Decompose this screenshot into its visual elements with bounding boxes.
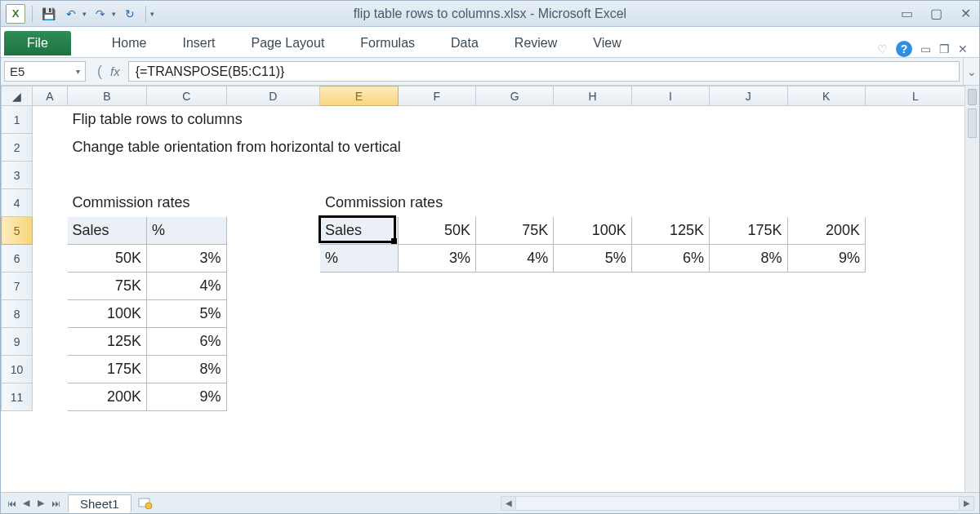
vscroll-up-icon[interactable] xyxy=(968,89,977,105)
cell-G5[interactable]: 75K xyxy=(475,217,553,245)
row-header-10[interactable]: 10 xyxy=(2,356,33,383)
sheet-nav-next-icon[interactable]: ▶ xyxy=(33,496,48,511)
file-tab[interactable]: File xyxy=(4,31,71,55)
col-header-B[interactable]: B xyxy=(67,86,147,106)
tab-page-layout[interactable]: Page Layout xyxy=(233,29,342,57)
cell-F5[interactable]: 50K xyxy=(398,217,475,245)
cell-B6[interactable]: 50K xyxy=(67,245,147,273)
title-bar: X 💾 ↶▾ ↷▾ ↻ ▾ flip table rows to columns… xyxy=(1,1,979,27)
col-header-D[interactable]: D xyxy=(226,86,319,106)
tab-data[interactable]: Data xyxy=(433,29,497,57)
cell-H5[interactable]: 100K xyxy=(554,217,631,245)
col-header-C[interactable]: C xyxy=(147,86,227,106)
save-icon[interactable]: 💾 xyxy=(39,5,57,23)
cell-I6[interactable]: 6% xyxy=(631,245,709,273)
col-header-H[interactable]: H xyxy=(554,86,631,106)
tab-view[interactable]: View xyxy=(575,29,639,57)
hscroll-right-icon[interactable]: ▶ xyxy=(959,497,973,510)
cell-C6[interactable]: 3% xyxy=(147,245,227,273)
cell-C8[interactable]: 5% xyxy=(147,300,227,328)
cell-B7[interactable]: 75K xyxy=(67,273,147,300)
row-header-9[interactable]: 9 xyxy=(2,328,33,356)
formula-input[interactable]: {=TRANSPOSE(B5:C11)} xyxy=(128,61,960,82)
horizontal-scrollbar[interactable]: ◀ ▶ xyxy=(501,496,974,511)
tab-formulas[interactable]: Formulas xyxy=(342,29,433,57)
cell-H6[interactable]: 5% xyxy=(554,245,631,273)
right-table-title: Commission rates xyxy=(320,189,866,217)
undo-icon[interactable]: ↶ xyxy=(62,5,80,23)
cell-J6[interactable]: 8% xyxy=(710,245,787,273)
left-header-sales[interactable]: Sales xyxy=(67,217,147,245)
col-header-F[interactable]: F xyxy=(398,86,475,106)
vertical-scrollbar[interactable] xyxy=(964,86,979,492)
row-header-1[interactable]: 1 xyxy=(2,106,33,134)
row-header-2[interactable]: 2 xyxy=(2,134,33,162)
row-header-3[interactable]: 3 xyxy=(2,162,33,189)
left-header-pct[interactable]: % xyxy=(147,217,227,245)
sheet-nav-last-icon[interactable]: ⏭ xyxy=(48,496,63,511)
sheet-nav-prev-icon[interactable]: ◀ xyxy=(19,496,33,511)
col-header-G[interactable]: G xyxy=(475,86,553,106)
new-sheet-icon[interactable] xyxy=(136,496,154,511)
name-box-value: E5 xyxy=(10,64,24,78)
minimize-icon[interactable]: ▭ xyxy=(898,5,915,23)
sheet-tab-sheet1[interactable]: Sheet1 xyxy=(68,494,131,513)
tab-home[interactable]: Home xyxy=(94,29,165,57)
svg-point-1 xyxy=(145,503,152,509)
row-header-6[interactable]: 6 xyxy=(2,245,33,273)
refresh-icon[interactable]: ↻ xyxy=(121,5,139,23)
quick-access-toolbar: X 💾 ↶▾ ↷▾ ↻ ▾ xyxy=(6,4,154,24)
cell-K6[interactable]: 9% xyxy=(787,245,865,273)
cell-C9[interactable]: 6% xyxy=(147,328,227,356)
row-header-4[interactable]: 4 xyxy=(2,189,33,217)
hscroll-left-icon[interactable]: ◀ xyxy=(501,497,516,510)
cell-C11[interactable]: 9% xyxy=(147,383,227,411)
name-box[interactable]: E5 ▾ xyxy=(4,61,86,82)
redo-icon[interactable]: ↷ xyxy=(91,5,109,23)
col-header-A[interactable]: A xyxy=(33,86,67,106)
workbook-close-icon[interactable]: ✕ xyxy=(958,42,968,55)
formula-expand-icon[interactable]: ⌄ xyxy=(963,58,979,85)
worksheet-grid[interactable]: ◢ A B C D E F G H I J K L 1 Flip table r… xyxy=(1,86,979,492)
cell-E6[interactable]: % xyxy=(320,245,398,273)
cell-C10[interactable]: 8% xyxy=(147,356,227,383)
formula-bar: E5 ▾ ( fx {=TRANSPOSE(B5:C11)} ⌄ xyxy=(1,58,979,86)
row-header-11[interactable]: 11 xyxy=(2,383,33,411)
col-header-E[interactable]: E xyxy=(320,86,398,106)
workbook-minimize-icon[interactable]: ▭ xyxy=(920,42,931,55)
vscroll-split-handle[interactable] xyxy=(968,109,977,138)
ribbon: File Home Insert Page Layout Formulas Da… xyxy=(1,27,979,58)
cell-B9[interactable]: 125K xyxy=(67,328,147,356)
cell-I5[interactable]: 125K xyxy=(631,217,709,245)
cell-K5[interactable]: 200K xyxy=(787,217,865,245)
tab-review[interactable]: Review xyxy=(497,29,575,57)
cell-E5[interactable]: Sales xyxy=(320,217,398,245)
col-header-I[interactable]: I xyxy=(631,86,709,106)
row-header-7[interactable]: 7 xyxy=(2,273,33,300)
maximize-icon[interactable]: ▢ xyxy=(927,5,945,23)
cell-B8[interactable]: 100K xyxy=(67,300,147,328)
name-box-caret-icon[interactable]: ▾ xyxy=(76,67,80,76)
window-title-filename: flip table rows to columns.xlsx xyxy=(354,7,527,20)
row-header-5[interactable]: 5 xyxy=(2,217,33,245)
cell-B10[interactable]: 175K xyxy=(67,356,147,383)
cell-B11[interactable]: 200K xyxy=(67,383,147,411)
select-all-corner[interactable]: ◢ xyxy=(2,86,33,106)
workbook-restore-icon[interactable]: ❐ xyxy=(939,42,950,55)
col-header-J[interactable]: J xyxy=(710,86,787,106)
col-header-K[interactable]: K xyxy=(787,86,865,106)
cell-J5[interactable]: 175K xyxy=(710,217,787,245)
cell-G6[interactable]: 4% xyxy=(475,245,553,273)
fx-icon[interactable]: fx xyxy=(110,64,120,78)
cell-C7[interactable]: 4% xyxy=(147,273,227,300)
row-header-8[interactable]: 8 xyxy=(2,300,33,328)
col-header-L[interactable]: L xyxy=(865,86,965,106)
close-icon[interactable]: ✕ xyxy=(956,5,974,23)
qat-customize-caret[interactable]: ▾ xyxy=(150,10,154,18)
sheet-nav-first-icon[interactable]: ⏮ xyxy=(4,496,19,511)
cell-F6[interactable]: 3% xyxy=(398,245,475,273)
help-icon[interactable]: ? xyxy=(896,41,912,57)
page-subtitle: Change table orientation from horizontal… xyxy=(67,134,965,162)
ribbon-minimize-caret[interactable]: ♡ xyxy=(877,42,888,55)
tab-insert[interactable]: Insert xyxy=(164,29,233,57)
